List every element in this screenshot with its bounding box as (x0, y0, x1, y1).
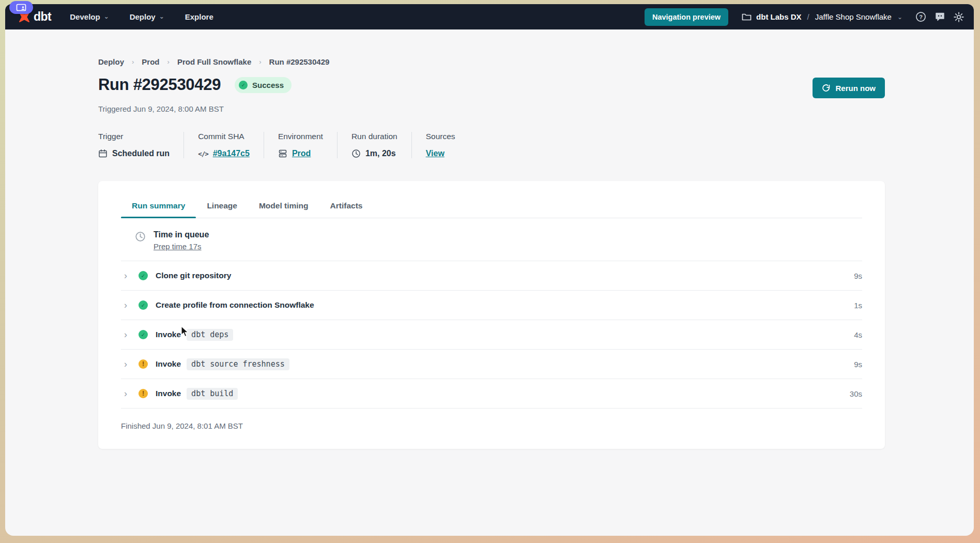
navbar-right-cluster: Navigation preview dbt Labs DX / Jaffle … (645, 8, 964, 26)
help-icon[interactable]: ? (915, 11, 926, 23)
rerun-now-label: Rerun now (836, 84, 876, 93)
command-chip: dbt build (187, 388, 238, 400)
meta-run-duration: Run duration 1m, 20s (337, 132, 411, 158)
environment-link[interactable]: Prod (292, 149, 311, 158)
chevron-down-icon: ⌄ (897, 13, 902, 21)
meta-label: Trigger (98, 132, 170, 141)
nav-menu-item[interactable]: Deploy ⌄ (130, 12, 164, 21)
breadcrumb-item: Prod Full Snowflake › (177, 57, 269, 66)
app-window: dbt Develop ⌄ Deploy ⌄ Explore ⌄ Navigat… (5, 4, 974, 536)
breadcrumb-link[interactable]: Run #292530429 (269, 57, 330, 66)
expand-chevron-icon[interactable]: › (124, 329, 139, 340)
run-duration-value: 1m, 20s (365, 149, 396, 158)
clock-icon (351, 149, 361, 158)
breadcrumb-link[interactable]: Prod (142, 57, 159, 66)
tab-label: Model timing (259, 201, 309, 210)
meta-label: Commit SHA (198, 132, 250, 141)
tab[interactable]: Lineage (196, 195, 248, 218)
screen-share-icon (16, 4, 26, 11)
settings-gear-icon[interactable] (953, 11, 964, 23)
dbt-logo-text: dbt (34, 10, 51, 24)
check-icon: ✓ (141, 332, 146, 338)
nav-menu-label: Explore (185, 12, 213, 21)
expand-chevron-icon[interactable]: › (124, 388, 139, 399)
commit-sha-link[interactable]: #9a147c5 (213, 149, 250, 158)
code-icon: </> (198, 150, 208, 158)
status-badge-label: Success (252, 81, 284, 89)
queue-text-group: Time in queue Prep time 17s (154, 230, 209, 251)
expand-chevron-icon[interactable]: › (124, 270, 139, 281)
database-icon (278, 149, 287, 158)
meta-commit-sha: Commit SHA </> #9a147c5 (183, 132, 264, 158)
step-status-icon: ✓ ! (139, 389, 148, 398)
rerun-now-button[interactable]: Rerun now (813, 78, 885, 98)
run-meta-row: Trigger Scheduled run Commit SHA (98, 132, 974, 158)
breadcrumb-item: Run #292530429 › (269, 57, 330, 66)
step-duration: 9s (854, 360, 862, 369)
step-row[interactable]: › ✓ ! Invoke dbt deps 4s (121, 320, 862, 350)
meta-label: Run duration (351, 132, 397, 141)
triggered-timestamp: Triggered Jun 9, 2024, 8:00 AM BST (98, 104, 974, 113)
run-summary-card: Run summary Lineage Model timing Artifac… (98, 181, 885, 449)
nav-menu-label: Develop (70, 12, 100, 21)
command-chip: dbt source freshness (187, 358, 289, 370)
page-title: Run #292530429 (98, 76, 221, 94)
check-icon: ✓ (141, 303, 146, 308)
chevron-down-icon: ⌄ (104, 13, 109, 20)
breadcrumb: Deploy › Prod › Prod Full Snowflake › Ru… (98, 57, 974, 66)
nav-menu-item[interactable]: Develop ⌄ (70, 12, 109, 21)
check-icon: ✓ (141, 273, 146, 279)
account-project-selector[interactable]: dbt Labs DX / Jaffle Shop Snowflake ⌄ (742, 12, 902, 21)
title-group: Run #292530429 ✓ Success (98, 76, 292, 94)
step-list: › ✓ ! Clone git repository 9s › ✓ ! (121, 261, 862, 409)
breadcrumb-item: Deploy › (98, 57, 142, 66)
scrollbar-thumb[interactable] (880, 348, 885, 371)
svg-text:?: ? (919, 14, 923, 20)
expand-chevron-icon[interactable]: › (124, 300, 139, 311)
step-status-icon: ✓ ! (139, 271, 148, 280)
step-row[interactable]: › ✓ ! Invoke dbt build 30s (121, 379, 862, 409)
breadcrumb-link[interactable]: Deploy (98, 57, 124, 66)
top-navbar: dbt Develop ⌄ Deploy ⌄ Explore ⌄ Navigat… (5, 4, 974, 29)
trigger-value: Scheduled run (112, 149, 170, 158)
tab-label: Lineage (207, 201, 237, 210)
step-title: Invoke (156, 389, 181, 398)
warning-icon: ! (142, 361, 144, 368)
chevron-down-icon: ⌄ (159, 13, 164, 20)
meta-label: Environment (278, 132, 323, 141)
screen-share-extension-badge[interactable] (9, 1, 33, 14)
success-check-icon: ✓ (239, 81, 248, 89)
sources-view-link[interactable]: View (426, 149, 445, 158)
breadcrumb-link[interactable]: Prod Full Snowflake (177, 57, 251, 66)
tab[interactable]: Artifacts (319, 195, 374, 218)
queue-clock-icon (135, 231, 146, 242)
calendar-icon (98, 149, 108, 158)
queue-title: Time in queue (154, 230, 209, 239)
meta-sources: Sources View (411, 132, 469, 158)
step-row[interactable]: › ✓ ! Invoke dbt source freshness 9s (121, 350, 862, 379)
step-status-icon: ✓ ! (139, 300, 148, 310)
meta-label: Sources (426, 132, 455, 141)
navigation-preview-button[interactable]: Navigation preview (645, 8, 728, 26)
prep-time-link[interactable]: Prep time 17s (154, 242, 202, 251)
account-name: dbt Labs DX (756, 12, 802, 21)
finished-timestamp: Finished Jun 9, 2024, 8:01 AM BST (121, 409, 862, 449)
nav-menu-item[interactable]: Explore ⌄ (185, 12, 213, 21)
main-content: Deploy › Prod › Prod Full Snowflake › Ru… (5, 57, 974, 449)
refresh-icon (822, 84, 831, 93)
step-row[interactable]: › ✓ ! Clone git repository 9s (121, 261, 862, 291)
breadcrumb-separator-icon: › (132, 58, 134, 66)
meta-environment: Environment Prod (264, 132, 337, 158)
step-status-icon: ✓ ! (139, 330, 148, 339)
feedback-icon[interactable] (934, 11, 945, 23)
tab[interactable]: Run summary (121, 195, 196, 218)
step-row[interactable]: › ✓ ! Create profile from connection Sno… (121, 291, 862, 320)
tab[interactable]: Model timing (248, 195, 319, 218)
time-in-queue-row: Time in queue Prep time 17s (121, 218, 862, 261)
step-title: Create profile from connection Snowflake (156, 300, 314, 310)
warning-icon: ! (142, 390, 144, 397)
meta-trigger: Trigger Scheduled run (98, 132, 183, 158)
tab-label: Artifacts (330, 201, 363, 210)
page-header: Run #292530429 ✓ Success Rerun now (98, 76, 885, 98)
expand-chevron-icon[interactable]: › (124, 359, 139, 370)
